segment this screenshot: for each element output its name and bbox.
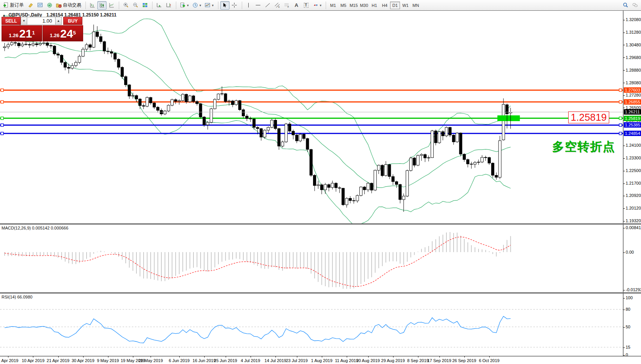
zoom-in-button[interactable] [121, 1, 130, 10]
bear-candle [278, 129, 280, 146]
line-anchor-handle[interactable] [1, 100, 3, 103]
macd-scale-tick: 0.00 [623, 250, 634, 254]
crosshair-button[interactable] [230, 1, 239, 10]
bar-chart-button[interactable] [88, 1, 97, 10]
bull-candle [178, 101, 180, 102]
time-tick [251, 356, 251, 357]
timeframe-m1[interactable]: M1 [328, 2, 338, 9]
dropdown-caret-icon: ▾ [200, 3, 202, 7]
price-scale[interactable]: 1.320801.312801.304801.296801.288801.280… [623, 11, 641, 223]
bear-candle [203, 117, 205, 125]
bear-candle [342, 188, 344, 205]
volume-input[interactable] [27, 17, 55, 25]
trendline-button[interactable] [263, 1, 272, 10]
bull-candle [445, 127, 448, 136]
new-order-label: 新订单 [10, 2, 24, 8]
timeframe-h1[interactable]: H1 [369, 2, 379, 9]
timeframe-h4[interactable]: H4 [380, 2, 390, 9]
line-anchor-handle[interactable] [619, 89, 622, 92]
search-button[interactable] [621, 1, 630, 10]
price-annotation-label[interactable]: 1.25819 [568, 111, 609, 123]
bear-candle [89, 45, 92, 48]
bear-candle [363, 187, 366, 190]
line-anchor-handle[interactable] [1, 89, 3, 92]
auto-scroll-button[interactable] [154, 1, 164, 10]
rsi-scale[interactable]: 1008050150 [623, 293, 641, 356]
line-anchor-handle[interactable] [1, 124, 3, 126]
timeframe-w1[interactable]: W1 [400, 2, 410, 9]
new-chart-button[interactable] [35, 1, 44, 10]
rsi-scale-tick: 80 [623, 307, 630, 312]
rsi-panel[interactable]: 1008050150 RSI(14) 66.0980 [0, 293, 641, 356]
horizontal-line-button[interactable] [254, 1, 263, 10]
tile-windows-button[interactable] [140, 1, 149, 10]
volume-decrease-button[interactable]: ▼ [21, 17, 27, 25]
toolbar-separator [216, 2, 218, 9]
timeframe-m30[interactable]: M30 [359, 2, 369, 9]
line-anchor-handle[interactable] [619, 100, 622, 103]
date-label: 6 Oct 2019 [473, 358, 505, 363]
time-tick [8, 356, 8, 357]
bull-candle [281, 142, 284, 146]
bear-candle [253, 119, 256, 128]
line-anchor-handle[interactable] [619, 124, 622, 126]
timeframe-d1[interactable]: D1 [390, 2, 400, 9]
line-anchor-handle[interactable] [619, 117, 622, 120]
timeframe-m15[interactable]: M15 [349, 2, 359, 9]
signals-button[interactable] [45, 1, 54, 10]
fibonacci-button[interactable]: F [282, 1, 292, 10]
candlestick-chart[interactable] [0, 11, 623, 223]
sell-price-big: 21 [19, 28, 32, 39]
sell-price-panel[interactable]: 1.26 21 1 [2, 25, 42, 41]
arrows-tool-button[interactable]: ▾ [311, 1, 323, 10]
bear-candle [467, 159, 469, 164]
time-tick [33, 356, 33, 357]
macd-scale[interactable]: 0.0084110.00-0.012931 [623, 225, 641, 292]
periods-button[interactable]: ▾ [191, 1, 203, 10]
buy-button[interactable]: BUY [63, 17, 82, 25]
macd-panel[interactable]: 0.0084110.00-0.012931 MACD(12,26,9) 0.00… [0, 225, 641, 292]
bear-candle [388, 165, 391, 177]
equidistant-channel-button[interactable]: E [273, 1, 282, 10]
bull-candle [78, 56, 81, 62]
bull-candle [406, 171, 408, 196]
buy-price-big: 24 [60, 28, 73, 39]
autotrading-button[interactable]: 自动交易 [54, 1, 83, 10]
vertical-line-button[interactable] [244, 1, 253, 10]
chart-shift-button[interactable] [164, 1, 173, 10]
time-axis[interactable]: 1 Apr 201910 Apr 201921 Apr 201930 Apr 2… [0, 356, 641, 364]
price-line-label: 1.26211 [624, 109, 641, 115]
main-chart-panel[interactable]: 1.320801.312801.304801.296801.288801.280… [0, 11, 641, 223]
candle-chart-button[interactable] [97, 1, 107, 10]
bear-candle [107, 51, 109, 52]
line-anchor-handle[interactable] [1, 132, 3, 135]
price-tick: 1.30480 [623, 43, 641, 47]
bear-candle [196, 102, 198, 104]
turning-point-annotation[interactable]: 多空转折点 [552, 139, 615, 155]
bear-candle [57, 54, 59, 55]
dropdown-caret-icon: ▾ [320, 3, 322, 7]
text-tool-button[interactable]: A [292, 1, 301, 10]
bear-candle [295, 135, 298, 141]
zoom-in-icon [123, 2, 129, 8]
timeframe-m5[interactable]: M5 [338, 2, 348, 9]
highlight-box-object[interactable] [497, 115, 520, 121]
templates-button[interactable]: ▾ [203, 1, 215, 10]
zoom-out-button[interactable] [131, 1, 140, 10]
styler-button[interactable] [26, 1, 35, 10]
time-tick [368, 356, 369, 357]
new-order-button[interactable]: 新订单 [2, 1, 25, 10]
chat-button[interactable] [630, 1, 639, 10]
timeframe-mn[interactable]: MN [411, 2, 421, 9]
rsi-scale-tick: 50 [623, 325, 630, 329]
cursor-button[interactable] [220, 1, 230, 10]
label-tool-button[interactable]: T [302, 1, 311, 10]
sell-button[interactable]: SELL [2, 17, 21, 25]
bear-candle [46, 43, 49, 46]
line-anchor-handle[interactable] [619, 132, 622, 135]
buy-price-panel[interactable]: 1.26 24 5 [43, 25, 83, 41]
volume-increase-button[interactable]: ▲ [55, 17, 62, 25]
line-chart-button[interactable] [107, 1, 116, 10]
line-anchor-handle[interactable] [1, 117, 3, 120]
indicators-button[interactable]: ▾ [178, 1, 190, 10]
